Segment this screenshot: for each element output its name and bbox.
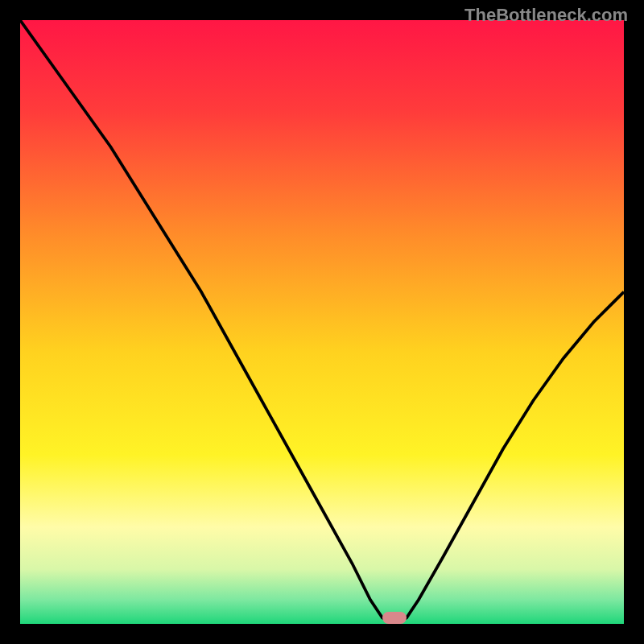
chart-container: TheBottleneck.com: [0, 0, 644, 644]
optimal-marker: [382, 612, 407, 624]
plot-area: [20, 20, 624, 624]
watermark-text: TheBottleneck.com: [464, 5, 628, 26]
bottleneck-curve: [20, 20, 624, 624]
